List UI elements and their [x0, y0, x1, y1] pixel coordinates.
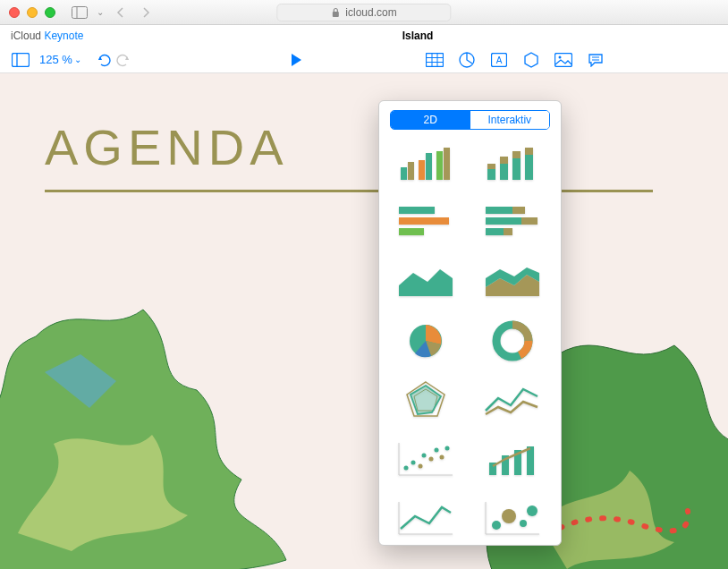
- svg-point-54: [440, 455, 444, 460]
- chart-type-bar[interactable]: [390, 198, 461, 248]
- insert-text-icon[interactable]: A: [489, 52, 509, 68]
- svg-rect-32: [399, 207, 435, 214]
- svg-point-66: [520, 520, 527, 527]
- chevron-down-icon: ⌄: [74, 55, 81, 64]
- svg-rect-24: [487, 169, 495, 180]
- chart-type-donut[interactable]: [477, 316, 548, 366]
- svg-rect-18: [401, 167, 407, 180]
- chart-type-stacked-bar[interactable]: [477, 198, 548, 248]
- svg-rect-4: [13, 53, 30, 66]
- svg-point-53: [435, 448, 439, 453]
- svg-rect-34: [399, 228, 424, 235]
- address-text: icloud.com: [345, 6, 396, 19]
- toolbar-dropdown-icon[interactable]: ⌄: [97, 7, 104, 17]
- chart-type-bubble[interactable]: [477, 493, 548, 543]
- breadcrumb-service: iCloud: [11, 30, 41, 42]
- slide-title[interactable]: AGENDA: [45, 118, 289, 176]
- chart-type-scatter[interactable]: [390, 434, 461, 484]
- traffic-lights: [9, 7, 55, 18]
- chart-type-stacked-area[interactable]: [477, 257, 548, 307]
- redo-icon: [114, 52, 133, 68]
- svg-rect-37: [486, 217, 521, 225]
- chart-type-stacked-column[interactable]: [477, 139, 548, 189]
- svg-point-48: [404, 466, 409, 471]
- svg-point-55: [445, 446, 450, 451]
- svg-rect-0: [72, 6, 88, 18]
- insert-shape-icon[interactable]: [521, 52, 541, 68]
- chart-type-combo-column-line[interactable]: [477, 434, 548, 484]
- svg-rect-35: [486, 207, 512, 214]
- chart-type-pie[interactable]: [390, 316, 461, 366]
- svg-point-15: [559, 55, 562, 58]
- svg-rect-33: [399, 217, 449, 225]
- svg-rect-38: [521, 217, 538, 225]
- chart-tabs-segmented: 2D Interaktiv: [390, 110, 550, 130]
- svg-point-52: [429, 457, 434, 462]
- chart-type-multi-line[interactable]: [477, 375, 548, 425]
- window-titlebar: ⌄ icloud.com: [0, 0, 728, 25]
- svg-rect-6: [427, 53, 444, 66]
- insert-media-icon[interactable]: [554, 52, 573, 68]
- svg-rect-31: [525, 148, 533, 155]
- zoom-window-button[interactable]: [45, 7, 55, 18]
- tab-2d[interactable]: 2D: [391, 111, 470, 129]
- document-title: Island: [402, 30, 434, 42]
- lock-icon: [331, 7, 340, 18]
- svg-rect-20: [419, 160, 425, 180]
- play-slideshow-icon[interactable]: [286, 52, 306, 68]
- chart-type-area[interactable]: [390, 257, 461, 307]
- chart-type-radar[interactable]: [390, 375, 461, 425]
- svg-rect-26: [500, 164, 508, 180]
- svg-rect-3: [333, 12, 339, 17]
- chart-type-popover: 2D Interaktiv: [378, 100, 562, 546]
- address-bar[interactable]: icloud.com: [276, 4, 451, 21]
- svg-rect-29: [512, 151, 521, 158]
- back-icon[interactable]: [113, 5, 129, 20]
- svg-point-51: [422, 454, 427, 458]
- svg-rect-30: [525, 155, 533, 180]
- zoom-level-text: 125 %: [39, 53, 72, 66]
- svg-rect-25: [487, 164, 495, 169]
- svg-rect-36: [512, 207, 525, 214]
- tab-interactive[interactable]: Interaktiv: [470, 111, 550, 129]
- forward-icon[interactable]: [138, 5, 154, 20]
- svg-rect-39: [486, 228, 504, 235]
- svg-point-65: [502, 509, 516, 523]
- svg-rect-21: [426, 153, 432, 180]
- insert-comment-icon[interactable]: [586, 52, 605, 68]
- slide-divider-rule: [45, 190, 653, 192]
- svg-text:A: A: [496, 55, 503, 65]
- minimize-window-button[interactable]: [27, 7, 38, 18]
- chart-type-grid: [390, 139, 550, 543]
- svg-rect-28: [512, 158, 521, 180]
- chart-type-column[interactable]: [390, 139, 461, 189]
- svg-rect-19: [408, 162, 414, 180]
- browser-toolbar-left: ⌄: [72, 5, 154, 20]
- undo-icon[interactable]: [94, 52, 114, 68]
- insert-table-icon[interactable]: [425, 52, 444, 68]
- svg-point-67: [527, 505, 538, 516]
- svg-rect-14: [555, 53, 572, 66]
- chart-type-line[interactable]: [390, 493, 461, 543]
- svg-rect-22: [436, 151, 443, 180]
- view-options-icon[interactable]: [11, 52, 30, 68]
- keynote-toolbar: 125 % ⌄ A: [0, 47, 728, 73]
- svg-rect-23: [444, 148, 450, 180]
- breadcrumb[interactable]: iCloud Keynote: [11, 30, 83, 42]
- svg-point-49: [411, 461, 416, 465]
- insert-tools-group: A: [425, 52, 605, 68]
- svg-point-64: [492, 521, 501, 530]
- map-landmass-left: [0, 247, 340, 569]
- slide-canvas[interactable]: AGENDA: [0, 73, 728, 569]
- close-window-button[interactable]: [9, 7, 20, 18]
- svg-rect-59: [527, 446, 534, 475]
- app-header: iCloud Keynote Island: [0, 25, 728, 47]
- zoom-dropdown[interactable]: 125 % ⌄: [39, 53, 81, 66]
- svg-rect-40: [504, 228, 512, 235]
- svg-point-50: [419, 464, 423, 469]
- sidebar-toggle-icon[interactable]: [72, 5, 88, 20]
- svg-rect-27: [500, 157, 508, 164]
- breadcrumb-app: Keynote: [44, 30, 83, 42]
- insert-chart-icon[interactable]: [457, 52, 477, 68]
